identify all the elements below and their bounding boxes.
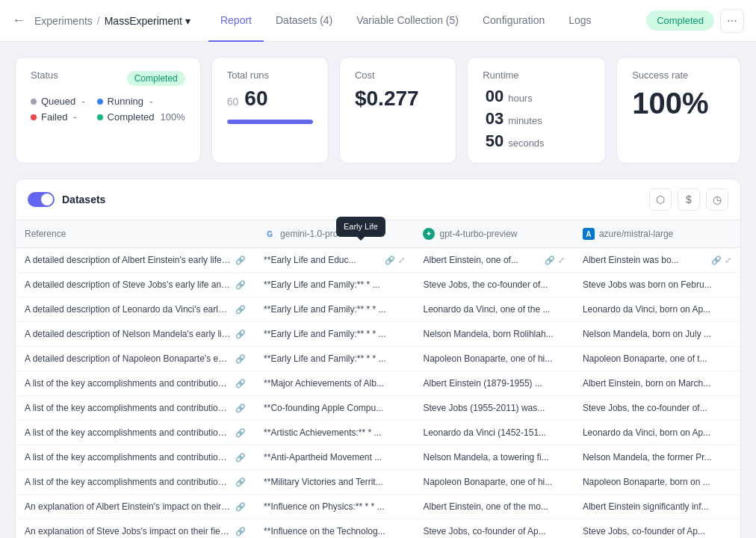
runtime-display: 00 hours 03 minutes 50 seconds — [483, 87, 590, 151]
datasets-toggle[interactable] — [28, 192, 55, 207]
gpt-text: Leonardo da Vinci (1452-151... — [423, 427, 564, 438]
gpt-cell: Steve Jobs, the co-founder of... — [414, 273, 573, 297]
reference-link-icon[interactable]: 🔗 — [235, 527, 246, 537]
table-row: A list of the key accomplishments and co… — [16, 421, 740, 445]
gpt-text: Napoleon Bonaparte, one of hi... — [423, 353, 564, 364]
azure-cell: Steve Jobs, co-founder of Ap... — [574, 519, 740, 539]
gemini-cell: **Early Life and Family:** * * ... — [255, 322, 414, 347]
back-button[interactable]: ← — [12, 13, 25, 28]
reference-link-icon[interactable]: 🔗 — [235, 379, 246, 389]
gpt-text: Nelson Mandela, a towering fi... — [423, 452, 564, 463]
reference-cell: A list of the key accomplishments and co… — [16, 396, 255, 421]
completed-dot — [97, 114, 103, 120]
reference-link-icon[interactable]: 🔗 — [235, 256, 246, 265]
runs-progress-fill — [227, 120, 313, 124]
running-label: Running — [108, 96, 143, 107]
cost-icon-button[interactable]: $ — [678, 188, 700, 211]
table-row: A list of the key accomplishments and co… — [16, 470, 740, 495]
experiment-name[interactable]: MassExperiment ▾ — [105, 15, 190, 27]
gemini-text: **Military Victories and Territ... — [264, 477, 405, 487]
runtime-minutes-unit: minutes — [508, 115, 542, 126]
table-row: A detailed description of Steve Jobs's e… — [16, 273, 740, 297]
queued-label: Queued — [41, 96, 75, 107]
gemini-text: **Artistic Achievements:** * ... — [264, 427, 405, 438]
tab-report[interactable]: Report — [208, 0, 264, 42]
status-badge: Completed — [646, 10, 714, 31]
reference-text: A detailed description of Nelson Mandela… — [25, 329, 231, 339]
tooltip-popup: Early Life — [336, 217, 385, 237]
runs-display: 60 60 — [227, 87, 313, 124]
gpt-cell: Napoleon Bonaparte, one of hi... — [414, 470, 573, 495]
success-value: 100% — [632, 87, 725, 120]
breadcrumb-separator: / — [97, 15, 100, 27]
col-header-gemini: G gemini-1.0-pro — [255, 220, 414, 248]
gpt-cell: Leonardo da Vinci (1452-151... — [414, 421, 573, 445]
gemini-cell: **Military Victories and Territ... — [255, 470, 414, 495]
table-row: A detailed description of Nelson Mandela… — [16, 322, 740, 347]
running-dot — [97, 99, 103, 105]
azure-cell: Steve Jobs was born on Febru... — [574, 273, 740, 297]
reference-cell: A detailed description of Napoleon Bonap… — [16, 347, 255, 371]
status-item-running: Running - — [97, 96, 185, 107]
azure-text: Albert Einstein was bo... — [583, 255, 708, 265]
azure-cell: Nelson Mandela, the former Pr... — [574, 445, 740, 470]
runtime-hours-unit: hours — [508, 93, 533, 104]
cost-value: $0.277 — [355, 87, 441, 111]
share-icon-button[interactable]: ⬡ — [649, 188, 672, 211]
reference-link-icon[interactable]: 🔗 — [235, 404, 246, 413]
gemini-text: **Early Life and Family:** * * ... — [264, 329, 405, 339]
completed-label: Completed — [108, 111, 155, 123]
breadcrumb: Experiments / MassExperiment ▾ — [34, 15, 190, 27]
azure-text: Napoleon Bonaparte, one of t... — [583, 353, 731, 364]
reference-link-icon[interactable]: 🔗 — [235, 428, 246, 438]
col-header-reference: Reference — [16, 220, 255, 248]
gpt-text: Albert Einstein, one of... — [423, 255, 541, 265]
reference-link-icon[interactable]: 🔗 — [235, 354, 246, 364]
link-icon[interactable]: 🔗 — [711, 256, 722, 265]
expand-icon[interactable]: ⤢ — [398, 256, 405, 265]
table-row: A list of the key accomplishments and co… — [16, 371, 740, 396]
success-rate-card: Success rate 100% — [616, 57, 741, 164]
cost-card: Cost $0.277 — [339, 57, 456, 164]
status-item-queued: Queued - — [31, 96, 85, 107]
status-completed-badge: Completed — [127, 71, 185, 86]
clock-icon-button[interactable]: ◷ — [706, 188, 728, 211]
gemini-cell: **Artistic Achievements:** * ... — [255, 421, 414, 445]
queued-value: - — [81, 96, 84, 107]
tab-datasets[interactable]: Datasets (4) — [264, 0, 344, 42]
gemini-cell: **Anti-Apartheid Movement ... — [255, 445, 414, 470]
reference-text: A detailed description of Albert Einstei… — [25, 255, 231, 265]
tab-logs[interactable]: Logs — [557, 0, 603, 42]
reference-link-icon[interactable]: 🔗 — [235, 502, 246, 512]
link-icon[interactable]: 🔗 — [545, 256, 555, 265]
more-options-button[interactable]: ··· — [720, 9, 744, 33]
tab-variable-collection[interactable]: Variable Collection (5) — [344, 0, 471, 42]
azure-cell: Albert Einstein, born on March... — [574, 371, 740, 396]
azure-text: Leonardo da Vinci, born on Ap... — [583, 304, 731, 315]
reference-link-icon[interactable]: 🔗 — [235, 305, 246, 315]
table-row: A detailed description of Albert Einstei… — [16, 248, 740, 273]
link-icon[interactable]: 🔗 — [385, 256, 395, 265]
tab-configuration[interactable]: Configuration — [471, 0, 557, 42]
expand-icon[interactable]: ⤢ — [558, 256, 565, 265]
gemini-cell: **Influence on Physics:** * * ... — [255, 495, 414, 519]
reference-link-icon[interactable]: 🔗 — [235, 453, 246, 463]
datasets-header: Datasets ⬡ $ ◷ — [16, 179, 740, 220]
azure-cell: Albert Einstein was bo...🔗⤢ — [574, 248, 740, 273]
gpt-cell: Albert Einstein (1879-1955) ... — [414, 371, 573, 396]
expand-icon[interactable]: ⤢ — [725, 256, 731, 265]
experiments-link[interactable]: Experiments — [34, 15, 93, 27]
runtime-minutes: 03 — [483, 109, 504, 129]
gemini-text: **Early Life and Family:** * * ... — [264, 353, 405, 364]
reference-link-icon[interactable]: 🔗 — [235, 330, 246, 339]
reference-link-icon[interactable]: 🔗 — [235, 477, 246, 487]
gemini-cell: **Major Achievements of Alb... — [255, 371, 414, 396]
datasets-toggle-area: Datasets — [28, 192, 105, 207]
gemini-text: **Co-founding Apple Compu... — [264, 403, 405, 413]
failed-label: Failed — [41, 111, 67, 123]
status-item-failed: Failed - — [31, 111, 85, 123]
reference-cell: A list of the key accomplishments and co… — [16, 445, 255, 470]
stats-row: Status Completed Queued - Running - Fail… — [15, 57, 741, 164]
reference-link-icon[interactable]: 🔗 — [235, 280, 246, 290]
reference-text: A list of the key accomplishments and co… — [25, 427, 231, 438]
